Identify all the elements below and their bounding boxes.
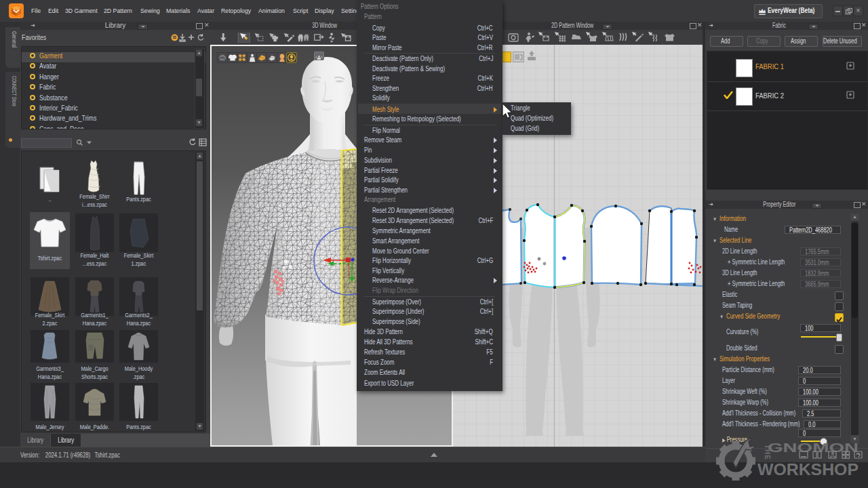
svg-text:WORKSHOP: WORKSHOP: [757, 461, 859, 479]
